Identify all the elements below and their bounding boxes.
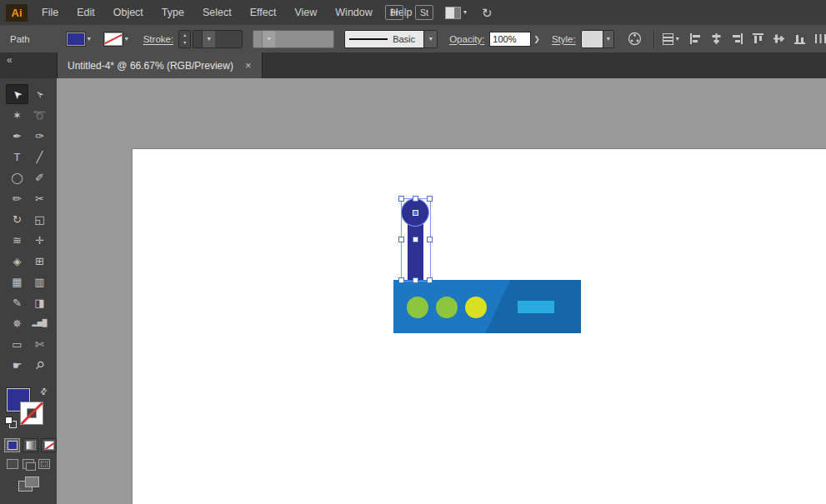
curvature-tool-icon: ✑ (35, 131, 44, 142)
stroke-panel-link[interactable]: Stroke: (143, 34, 173, 44)
align-vertical-center-icon[interactable] (773, 32, 785, 45)
opacity-panel-link[interactable]: Opacity: (449, 34, 484, 44)
artboard-tool-icon: ▭ (12, 339, 22, 350)
slice-tool[interactable]: ✄ (28, 334, 51, 354)
gradient-button[interactable] (23, 438, 38, 452)
stroke-color-control[interactable]: ▾ (104, 32, 128, 46)
shape-builder-tool[interactable]: ◈ (6, 251, 28, 271)
color-button[interactable] (4, 438, 20, 452)
screen-mode-button[interactable] (18, 477, 40, 492)
width-tool[interactable]: ≋ (6, 230, 28, 250)
align-horizontal-center-icon[interactable] (710, 32, 723, 45)
workspace-switcher[interactable]: ▾ (445, 7, 467, 19)
selection-handle[interactable] (427, 277, 433, 283)
rotate-tool[interactable]: ↻ (6, 209, 28, 229)
none-chip (44, 441, 54, 450)
zoom-tool[interactable]: ⚲ (28, 355, 51, 375)
direct-selection-tool-icon: ➢ (33, 87, 47, 102)
opacity-menu-arrow-icon[interactable]: ❯ (533, 35, 540, 43)
stroke-weight-select[interactable]: ▾ (193, 30, 243, 48)
perspective-grid-tool[interactable]: ⊞ (28, 251, 51, 271)
stroke-weight-stepper[interactable]: ▴ ▾ (178, 30, 191, 48)
brushes-panel-button[interactable]: Br (385, 5, 403, 20)
type-tool[interactable]: T (6, 147, 28, 167)
graphic-styles-panel-button[interactable]: St (415, 5, 433, 20)
none-button[interactable] (41, 438, 57, 452)
line-segment-tool[interactable]: ╱ (28, 147, 51, 167)
fill-swatch-icon (67, 32, 85, 46)
selection-tool[interactable]: ➤ (6, 84, 28, 104)
menu-edit[interactable]: Edit (68, 7, 104, 18)
symbol-sprayer-tool-icon: ✵ (13, 318, 22, 329)
indicator-light-1[interactable] (407, 297, 428, 318)
menu-object[interactable]: Object (104, 7, 153, 18)
menu-file[interactable]: File (33, 7, 68, 18)
selection-handle[interactable] (398, 237, 404, 242)
menu-view[interactable]: View (285, 7, 326, 18)
selection-handle[interactable] (427, 237, 433, 242)
chevron-down-icon: ▾ (262, 31, 275, 47)
ellipse-tool[interactable]: ◯ (6, 167, 28, 187)
blend-tool[interactable]: ◨ (28, 292, 51, 312)
display-panel-shape[interactable] (518, 301, 554, 313)
column-graph-tool[interactable]: ▂▅█ (28, 313, 51, 333)
gradient-tool[interactable]: ▥ (28, 272, 51, 292)
scissors-tool[interactable]: ✂ (28, 188, 51, 208)
direct-selection-tool[interactable]: ➢ (28, 84, 51, 104)
menu-select[interactable]: Select (193, 7, 241, 18)
align-left-icon[interactable] (689, 32, 702, 45)
fill-color-control[interactable]: ▾ (67, 32, 91, 46)
align-bottom-icon[interactable] (793, 32, 806, 45)
selection-handle[interactable] (413, 196, 418, 202)
align-top-icon[interactable] (752, 32, 764, 45)
paintbrush-tool[interactable]: ✐ (28, 167, 51, 187)
lasso-tool[interactable]: ➰ (28, 105, 51, 125)
curvature-tool[interactable]: ✑ (28, 126, 51, 146)
hand-tool[interactable]: ☛ (6, 355, 28, 375)
menu-type[interactable]: Type (153, 7, 193, 18)
menu-window[interactable]: Window (326, 7, 381, 18)
stepper-down-icon[interactable]: ▾ (183, 40, 186, 45)
scale-tool[interactable]: ◱ (28, 209, 51, 229)
symbol-sprayer-tool[interactable]: ✵ (6, 313, 28, 333)
document-setup-dropdown[interactable]: ▾ (663, 33, 679, 45)
indicator-light-2[interactable] (436, 297, 458, 318)
artboard-tool[interactable]: ▭ (6, 334, 28, 354)
toolbar-collapse-button[interactable]: « (0, 52, 57, 78)
selection-handle[interactable] (427, 196, 433, 202)
mesh-tool[interactable]: ▦ (6, 272, 28, 292)
document-tab-bar: « Untitled-4* @ 66.67% (RGB/Preview) × (0, 52, 826, 79)
magic-wand-tool[interactable]: ✶ (6, 105, 28, 125)
anchor-point[interactable] (413, 210, 418, 216)
swap-fill-stroke-icon[interactable]: ⇄ (38, 386, 49, 397)
eyedropper-tool[interactable]: ✎ (6, 292, 28, 312)
brush-definition-select[interactable]: Basic ▾ (344, 30, 438, 48)
close-icon[interactable]: × (245, 60, 252, 71)
default-fill-stroke-icon[interactable] (5, 417, 17, 428)
menu-effect[interactable]: Effect (241, 7, 286, 18)
opacity-input[interactable] (489, 32, 531, 47)
free-transform-tool[interactable]: ✛ (28, 230, 51, 250)
style-panel-link[interactable]: Style: (552, 34, 576, 44)
canvas-pasteboard[interactable] (57, 78, 826, 504)
selection-center-point[interactable] (413, 237, 418, 242)
indicator-light-3[interactable] (465, 297, 487, 318)
stepper-up-icon[interactable]: ▴ (183, 32, 186, 37)
selection-handle[interactable] (413, 277, 418, 283)
variable-width-profile-select[interactable]: ▾ (253, 30, 334, 48)
draw-behind-button[interactable] (23, 459, 34, 469)
stroke-color-indicator[interactable] (20, 402, 43, 425)
align-right-icon[interactable] (731, 32, 743, 45)
sync-settings-icon[interactable]: ↻ (482, 7, 493, 19)
graphic-style-select[interactable]: ▾ (581, 30, 614, 48)
selection-handle[interactable] (398, 277, 404, 283)
draw-normal-button[interactable] (7, 459, 18, 469)
pen-tool[interactable]: ✒ (6, 126, 28, 146)
distribute-icon[interactable] (814, 32, 826, 45)
draw-inside-button[interactable] (38, 459, 50, 469)
recolor-artwork-icon[interactable] (628, 32, 642, 46)
document-tab[interactable]: Untitled-4* @ 66.67% (RGB/Preview) × (57, 52, 263, 78)
pencil-tool[interactable]: ✏ (6, 188, 28, 208)
color-chip (8, 441, 18, 450)
selection-handle[interactable] (398, 196, 404, 202)
